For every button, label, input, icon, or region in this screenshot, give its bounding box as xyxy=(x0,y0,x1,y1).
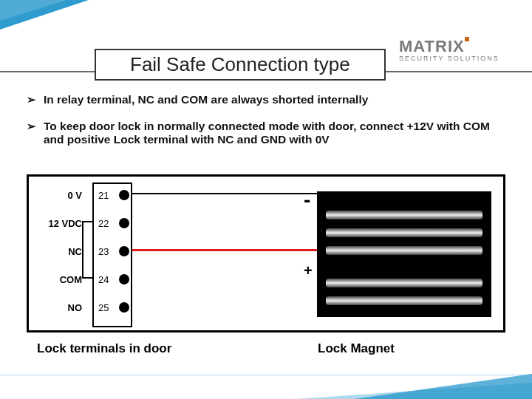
pin-number: 25 xyxy=(98,302,109,313)
wire-jumper xyxy=(82,221,83,279)
pin-number: 22 xyxy=(98,218,109,229)
pin-number: 21 xyxy=(98,190,109,201)
logo-tagline: SECURITY SOLUTIONS xyxy=(399,55,510,62)
pin-number: 24 xyxy=(98,274,109,285)
title-box: Fail Safe Connection type xyxy=(95,49,386,81)
terminal-label: 0 V xyxy=(67,190,82,201)
bullet-list: ➢ In relay terminal, NC and COM are alwa… xyxy=(27,93,502,160)
brand-logo: MATRIX SECURITY SOLUTIONS xyxy=(399,37,510,62)
terminal-label: NC xyxy=(68,246,82,257)
logo-text: MATRIX xyxy=(399,37,465,55)
polarity-negative: - xyxy=(304,188,310,212)
wire-12v xyxy=(132,249,321,251)
bullet-arrow-icon: ➢ xyxy=(27,93,36,106)
lock-magnet xyxy=(317,191,491,317)
wire-jumper xyxy=(82,277,92,279)
terminal-block: 21 22 23 24 25 xyxy=(92,183,132,327)
terminal-label: NO xyxy=(68,302,83,313)
magnet-bar-icon xyxy=(326,211,482,219)
pin-dot-icon xyxy=(119,274,129,284)
magnet-bar-icon xyxy=(326,279,482,287)
bullet-text: In relay terminal, NC and COM are always… xyxy=(44,93,368,106)
logo-dot-icon xyxy=(465,37,469,41)
pin-dot-icon xyxy=(119,190,129,200)
wire-gnd xyxy=(132,193,321,194)
wiring-diagram: 0 V 12 VDC NC COM NO 21 22 23 24 25 - + xyxy=(27,174,505,332)
terminal-label: COM xyxy=(60,274,82,285)
magnet-bar-icon xyxy=(326,296,482,305)
bullet-arrow-icon: ➢ xyxy=(27,120,36,146)
page-title: Fail Safe Connection type xyxy=(130,53,350,76)
pin-dot-icon xyxy=(119,302,129,313)
bullet-item: ➢ To keep door lock in normally connecte… xyxy=(27,120,502,146)
magnet-bar-icon xyxy=(326,246,482,255)
polarity-positive: + xyxy=(304,262,313,279)
pin-dot-icon xyxy=(119,218,129,228)
pin-number: 23 xyxy=(98,246,109,257)
caption-right: Lock Magnet xyxy=(318,341,395,356)
corner-accent-light xyxy=(0,0,66,21)
footer-accent xyxy=(355,374,532,399)
bullet-text: To keep door lock in normally connected … xyxy=(44,120,502,146)
bullet-item: ➢ In relay terminal, NC and COM are alwa… xyxy=(27,93,502,106)
terminal-label: 12 VDC xyxy=(48,218,82,229)
caption-left: Lock terminals in door xyxy=(37,341,171,356)
magnet-bar-icon xyxy=(326,228,482,237)
pin-dot-icon xyxy=(119,246,129,256)
wire-jumper xyxy=(82,221,92,222)
